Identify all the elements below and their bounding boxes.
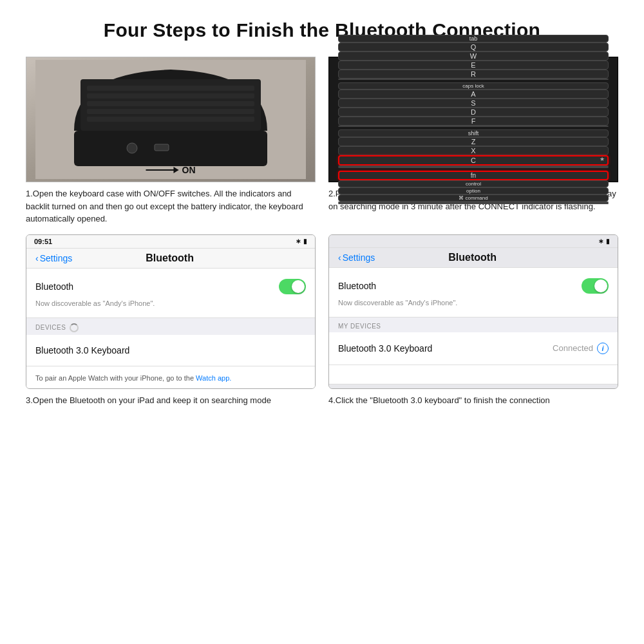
step1-text: 1.Open the keyboard case with ON/OFF swi… [26,182,316,234]
step1-image: ON [26,57,316,182]
bluetooth-on-c-key: ★ [600,156,605,162]
step3-status-icons: ∗ ▮ [296,238,307,245]
step3-device-row: Bluetooth 3.0 Keyboard [35,341,306,359]
step3-device-name: Bluetooth 3.0 Keyboard [35,345,129,355]
step3-back-button[interactable]: ‹ Settings [35,253,72,263]
key-q: Q [338,43,609,52]
step3-text: 3.Open the Bluetooth on your iPad and ke… [26,389,316,416]
key-x: X [338,146,609,155]
svg-rect-9 [155,144,169,151]
step3-loading-spinner [70,323,79,332]
watch-app-link[interactable]: Watch app. [196,374,231,382]
key-control: control [338,180,609,187]
key-r: R [338,70,609,79]
page: Four Steps to Finish the Bluetooth Conne… [0,0,644,644]
step4-navbar: ‹ Settings Bluetooth [329,248,618,268]
key-e: E [338,61,609,70]
step3-bluetooth-row: Bluetooth [35,275,306,298]
key-option: option [338,187,609,194]
step4-bluetooth-row: Bluetooth [338,274,609,298]
step4-battery-icon: ▮ [606,238,610,245]
svg-point-8 [127,143,137,153]
svg-rect-7 [87,117,254,122]
step3-back-label: Settings [40,253,73,263]
step3-statusbar: 09:51 ∗ ▮ [26,235,315,249]
key-z: Z [338,137,609,146]
key-d: D [338,108,609,117]
step3-watch-section: To pair an Apple Watch with your iPhone,… [26,366,315,389]
step4-text: 4.Click the "Bluetooth 3.0 keyboard" to … [328,389,618,416]
on-text: ON [182,165,196,175]
step3-navbar: ‹ Settings Bluetooth [26,249,315,269]
step4-info-icon[interactable]: i [597,343,609,354]
step4-back-label: Settings [343,252,375,263]
step3-description: 3.Open the Bluetooth on your iPad and ke… [26,395,271,405]
bluetooth-status-icon: ∗ [296,238,301,245]
step3-discoverable-text: Now discoverable as "Andy's iPhone". [35,298,306,311]
step4-bluetooth-section: Bluetooth Now discoverable as "Andy's iP… [329,268,618,317]
keyboard-case-svg [35,60,306,179]
step2-image: tab Q W E R caps lock A S D F shift [328,57,618,182]
key-c: C ★ [338,155,609,166]
step4-statusbar: ∗ ▮ [329,235,618,248]
chevron-left-icon: ‹ [35,253,39,263]
step3-phone-screen: 09:51 ∗ ▮ ‹ Settings Bluetooth Bluetooth [26,234,316,389]
key-blank4 [338,167,609,168]
svg-rect-6 [87,109,254,114]
svg-rect-4 [87,93,254,99]
step3-nav-title: Bluetooth [146,252,194,264]
key-blank1 [338,79,609,80]
arrow-line [146,169,178,171]
key-a: A [338,90,609,99]
step4-device-row[interactable]: Bluetooth 3.0 Keyboard Connected i [338,339,609,358]
step4-my-devices-header: MY DEVICES [329,317,618,332]
step3-devices-row: DEVICES [35,323,306,332]
battery-icon: ▮ [303,238,307,245]
key-f: F [338,117,609,126]
key-blank2 [338,126,609,127]
key-tab: tab [338,35,609,43]
steps-grid: ON tab Q W E R caps lock A S D [26,57,618,415]
step4-bluetooth-icon: ∗ [598,238,603,245]
step3-device-section: Bluetooth 3.0 Keyboard [26,335,315,366]
step3-bluetooth-section: Bluetooth Now discoverable as "Andy's iP… [26,269,315,318]
key-blank6 [338,203,609,204]
key-w: W [338,52,609,61]
step3-devices-label: DEVICES [35,324,66,331]
key-fn: fn [338,171,609,180]
svg-rect-3 [87,86,254,91]
step4-device-section: Bluetooth 3.0 Keyboard Connected i [329,332,618,365]
step4-connected-container: Connected i [553,343,609,354]
step4-bluetooth-toggle[interactable] [582,278,609,294]
step1-image-inner: ON [26,57,315,182]
step4-discoverable-text: Now discoverable as "Andy's iPhone". [338,298,609,310]
key-capslock: caps lock [338,82,609,90]
step4-description: 4.Click the "Bluetooth 3.0 keyboard" to … [328,395,550,405]
key-s: S [338,99,609,108]
svg-rect-1 [74,131,267,166]
step4-content: Bluetooth Now discoverable as "Andy's iP… [329,268,618,389]
on-arrow-label: ON [146,165,196,175]
keyboard-table: tab Q W E R caps lock A S D F shift [336,32,611,207]
step4-device-name: Bluetooth 3.0 Keyboard [338,343,432,354]
step3-bluetooth-toggle[interactable] [279,279,306,294]
step4-connected-text: Connected [553,343,593,353]
step4-chevron-left-icon: ‹ [338,252,341,263]
key-command: ⌘ command [338,194,609,202]
step1-description: 1.Open the keyboard case with ON/OFF swi… [26,189,303,223]
step3-time: 09:51 [34,238,52,245]
step4-bluetooth-label: Bluetooth [338,281,376,291]
step3-bluetooth-label: Bluetooth [35,281,73,292]
step3-watch-text: To pair an Apple Watch with your iPhone,… [35,373,231,386]
step4-empty-section [329,365,618,384]
step4-nav-title: Bluetooth [448,252,497,263]
step4-back-button[interactable]: ‹ Settings [338,252,375,263]
key-shift: shift [338,129,609,137]
step4-phone-screen: ∗ ▮ ‹ Settings Bluetooth Bluetooth [328,234,618,389]
step4-status-icons: ∗ ▮ [598,238,610,245]
svg-rect-5 [87,101,254,106]
step3-content: Bluetooth Now discoverable as "Andy's iP… [26,269,315,389]
step3-devices-header: DEVICES [26,318,315,335]
